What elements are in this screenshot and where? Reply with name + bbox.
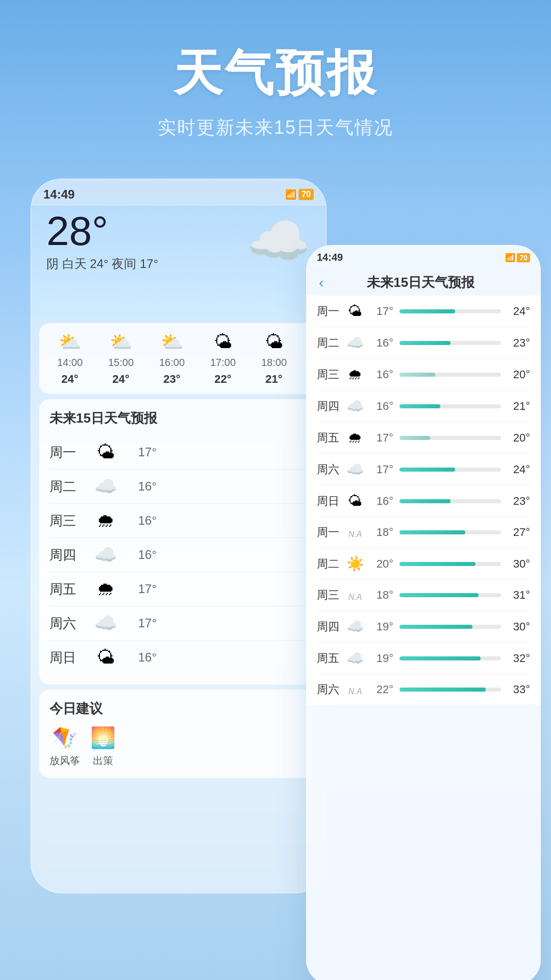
front-bar-fill-0	[399, 309, 455, 313]
front-status-icons: 📶 70	[505, 253, 530, 262]
hour-temp-2: 24°	[112, 373, 129, 386]
front-forecast-row-3: 周四 ☁️ 16° 21°	[317, 390, 530, 422]
front-forecast-row-11: 周五 ☁️ 19° 32°	[317, 643, 530, 674]
front-weather-icon-0: 🌤	[345, 303, 365, 320]
back-button[interactable]: ‹	[319, 275, 323, 291]
forecast-day-3: 周四	[49, 546, 90, 564]
front-bar-container-9	[399, 593, 501, 597]
front-bar-fill-12	[399, 688, 486, 692]
forecast-low-3: 16°	[121, 548, 157, 562]
front-bar-fill-5	[399, 468, 455, 472]
front-low-0: 17°	[365, 305, 393, 318]
front-bar-fill-10	[399, 625, 472, 629]
suggestion-section: 今日建议 🪁 放风筝 🌅 出策	[39, 690, 318, 778]
suggestion-label-1: 出策	[93, 754, 113, 768]
front-weather-icon-9: N.A	[345, 587, 365, 603]
back-phone-status-bar: 14:49 📶 70	[31, 179, 326, 206]
sun-icon: 🌅	[90, 726, 116, 750]
front-day-2: 周三	[317, 367, 345, 382]
front-high-0: 24°	[507, 305, 530, 318]
front-day-4: 周五	[317, 430, 345, 446]
front-bar-fill-11	[399, 656, 481, 660]
front-day-3: 周四	[317, 399, 345, 414]
hour-icon-4: 🌤	[214, 331, 232, 353]
back-phone-forecast-section: 未来15日天气预报 周一 🌤 17° 周二 ☁️ 16° 周三 🌧 16° 周四…	[39, 399, 318, 684]
suggestion-label-0: 放风筝	[49, 754, 80, 768]
front-signal-icon: 📶	[505, 253, 515, 262]
forecast-icon-6: 🌤	[90, 647, 121, 668]
header-section: 天气预报 实时更新未来15日天气情况	[0, 0, 551, 140]
front-weather-icon-6: 🌤	[345, 493, 365, 509]
front-weather-icon-4: 🌧	[345, 429, 365, 446]
front-day-8: 周二	[317, 556, 345, 572]
front-high-2: 20°	[507, 368, 530, 381]
hour-temp-5: 21°	[265, 373, 282, 386]
front-weather-icon-2: 🌧	[345, 366, 365, 383]
weather-main: 28° 阴 白天 24° 夜间 17° ☁️	[31, 206, 326, 318]
cloud-decoration-icon: ☁️	[247, 211, 311, 271]
front-bar-container-10	[399, 625, 501, 629]
forecast-icon-0: 🌤	[90, 442, 121, 463]
forecast-row-3: 周四 ☁️ 16°	[49, 538, 308, 572]
front-day-7: 周一	[317, 525, 345, 540]
forecast-low-6: 16°	[121, 650, 157, 665]
front-low-5: 17°	[365, 463, 393, 476]
forecast-day-6: 周日	[49, 649, 90, 667]
front-bar-container-8	[399, 562, 501, 566]
front-high-12: 33°	[507, 683, 530, 696]
front-bar-container-4	[399, 436, 501, 440]
suggestion-item-0: 🪁 放风筝	[49, 726, 80, 768]
signal-icon: 📶	[285, 189, 296, 200]
hour-item-4: 🌤 17:00 22°	[203, 331, 243, 386]
back-phone-time: 14:49	[43, 187, 74, 202]
forecast-row-0: 周一 🌤 17°	[49, 435, 308, 470]
front-bar-fill-9	[399, 593, 479, 597]
front-low-10: 19°	[365, 620, 393, 633]
front-bar-fill-2	[399, 373, 435, 377]
front-day-5: 周六	[317, 462, 345, 477]
front-high-11: 32°	[507, 652, 530, 665]
forecast-day-0: 周一	[49, 444, 90, 461]
front-bar-fill-4	[399, 436, 430, 440]
front-forecast-row-8: 周二 ☀️ 20° 30°	[317, 548, 530, 580]
front-weather-icon-10: ☁️	[345, 618, 365, 635]
front-day-9: 周三	[317, 587, 345, 603]
forecast-low-2: 16°	[121, 513, 157, 528]
hour-time-4: 17:00	[210, 357, 236, 369]
front-low-9: 18°	[365, 589, 393, 602]
hour-item-2: ⛅ 15:00 24°	[101, 331, 141, 386]
front-low-12: 22°	[365, 683, 393, 696]
hour-icon-1: ⛅	[59, 331, 82, 353]
suggestion-item-1: 🌅 出策	[90, 726, 116, 768]
front-day-1: 周二	[317, 335, 345, 351]
front-bar-fill-1	[399, 341, 450, 345]
front-bar-fill-7	[399, 530, 465, 534]
front-high-10: 30°	[507, 620, 530, 633]
hour-temp-1: 24°	[61, 373, 78, 386]
suggestion-items: 🪁 放风筝 🌅 出策	[49, 726, 308, 768]
forecast-icon-2: 🌧	[90, 510, 121, 531]
front-forecast-row-2: 周三 🌧 16° 20°	[317, 359, 530, 390]
front-forecast-row-1: 周二 ☁️ 16° 23°	[317, 327, 530, 359]
forecast-row-5: 周六 ☁️ 17°	[49, 606, 308, 641]
hour-temp-4: 22°	[214, 373, 231, 386]
front-low-11: 19°	[365, 652, 393, 665]
front-weather-icon-12: N.A	[345, 681, 365, 698]
front-page-title: 未来15日天气预报	[334, 274, 508, 291]
front-high-3: 21°	[507, 400, 530, 413]
forecast-day-4: 周五	[49, 580, 90, 598]
forecast-icon-4: 🌧	[90, 578, 121, 600]
app-title: 天气预报	[0, 41, 551, 107]
front-bar-container-5	[399, 468, 501, 472]
front-phone-battery: 70	[517, 253, 530, 262]
forecast-day-1: 周二	[49, 478, 90, 496]
forecast-day-2: 周三	[49, 512, 90, 530]
front-low-1: 16°	[365, 336, 393, 350]
front-high-4: 20°	[507, 431, 530, 445]
front-bar-container-11	[399, 656, 501, 660]
front-bar-fill-8	[399, 562, 475, 566]
front-bar-fill-6	[399, 499, 450, 503]
front-forecast-row-6: 周日 🌤 16° 23°	[317, 485, 530, 517]
back-phone-battery: 70	[298, 189, 314, 200]
front-forecast-row-12: 周六 N.A 22° 33°	[317, 674, 530, 705]
